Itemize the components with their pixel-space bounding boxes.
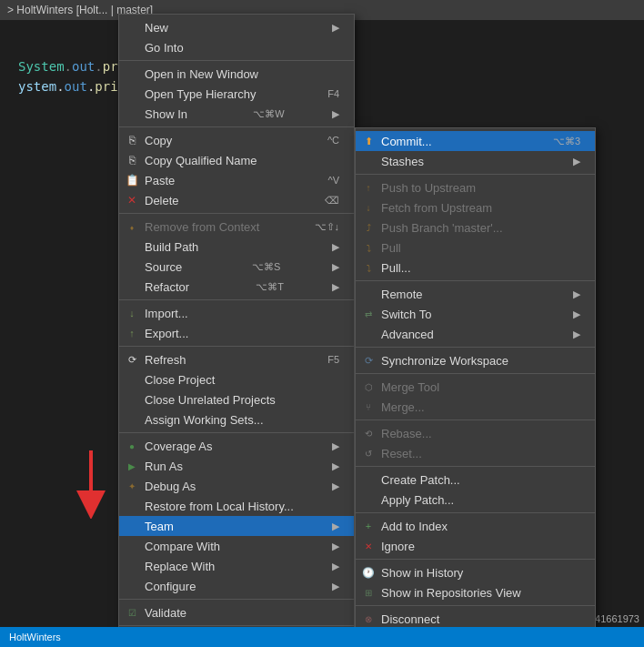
- menu-item-apply-patch[interactable]: Apply Patch...: [356, 490, 595, 510]
- menu-item-run-as-label: Run As: [145, 460, 183, 473]
- separator: [356, 559, 595, 560]
- menu-item-delete[interactable]: ✕ Delete ⌫: [119, 190, 354, 210]
- menu-item-configure[interactable]: Configure ▶: [119, 576, 354, 596]
- menu-item-restore-local-label: Restore from Local History...: [145, 500, 294, 513]
- menu-item-rebase: ⟲ Rebase...: [356, 423, 595, 443]
- submenu-arrow-stashes: ▶: [573, 156, 580, 167]
- menu-item-merge-label: Merge...: [381, 400, 425, 414]
- menu-item-remove-context: ⬧ Remove from Context ⌥⇧↓: [119, 217, 354, 237]
- reset-icon: ↺: [361, 446, 376, 460]
- submenu-arrow-coverage: ▶: [332, 440, 339, 452]
- menu-item-compare-with[interactable]: Compare With ▶: [119, 536, 354, 556]
- shortcut-source: ⌥⌘S: [234, 261, 280, 273]
- right-context-menu: ⬆ Commit... ⌥⌘3 Stashes ▶ ↑ Push to Upst…: [355, 127, 596, 632]
- menu-item-source[interactable]: Source ⌥⌘S ▶: [119, 257, 354, 277]
- menu-item-team-label: Team: [145, 520, 174, 533]
- separator: [119, 126, 354, 127]
- submenu-arrow-debug: ▶: [332, 480, 339, 492]
- menu-item-assign-working-sets[interactable]: Assign Working Sets...: [119, 409, 354, 430]
- separator: [119, 213, 354, 214]
- remove-context-icon: ⬧: [125, 219, 139, 234]
- commit-icon: ⬆: [361, 134, 376, 148]
- menu-item-paste[interactable]: 📋 Paste ^V: [119, 170, 354, 190]
- menu-item-close-unrelated-label: Close Unrelated Projects: [145, 393, 276, 407]
- menu-item-stashes-label: Stashes: [381, 155, 424, 168]
- menu-item-export-label: Export...: [145, 327, 188, 340]
- menu-item-advanced[interactable]: Advanced ▶: [356, 324, 595, 344]
- menu-item-debug-as-label: Debug As: [145, 480, 196, 493]
- menu-item-push-upstream-label: Push to Upstream: [381, 181, 476, 195]
- menu-item-close-unrelated[interactable]: Close Unrelated Projects: [119, 389, 354, 409]
- status-bar-text: HoltWinters: [9, 632, 61, 642]
- menu-item-go-into[interactable]: Go Into: [119, 37, 354, 57]
- menu-item-new[interactable]: New ▶: [119, 17, 354, 37]
- menu-item-copy-label: Copy: [145, 134, 172, 147]
- separator: [119, 346, 354, 347]
- switch-to-icon: ⇄: [361, 307, 376, 321]
- menu-item-copy[interactable]: ⎘ Copy ^C: [119, 130, 354, 150]
- menu-item-synchronize[interactable]: ⟳ Synchronize Workspace: [356, 350, 595, 370]
- menu-item-show-repos[interactable]: ⊞ Show in Repositories View: [356, 582, 595, 602]
- separator: [356, 174, 595, 175]
- coverage-icon: ●: [125, 439, 139, 453]
- menu-item-show-in-label: Show In: [145, 107, 187, 121]
- menu-item-show-history[interactable]: 🕐 Show in History: [356, 562, 595, 582]
- menu-item-team[interactable]: Team ▶: [119, 516, 354, 536]
- separator: [356, 605, 595, 606]
- disconnect-icon: ⊗: [361, 612, 376, 626]
- menu-item-add-to-index[interactable]: + Add to Index: [356, 516, 595, 536]
- menu-item-restore-local[interactable]: Restore from Local History...: [119, 496, 354, 516]
- menu-item-remote[interactable]: Remote ▶: [356, 284, 595, 304]
- menu-item-import[interactable]: ↓ Import...: [119, 303, 354, 323]
- menu-item-build-path[interactable]: Build Path ▶: [119, 237, 354, 257]
- menu-item-ignore[interactable]: ✕ Ignore: [356, 536, 595, 556]
- menu-item-export[interactable]: ↑ Export...: [119, 323, 354, 343]
- shortcut-remove-context: ⌥⇧↓: [297, 221, 340, 233]
- menu-item-delete-label: Delete: [145, 194, 179, 207]
- menu-item-stashes[interactable]: Stashes ▶: [356, 151, 595, 171]
- menu-item-configure-label: Configure: [145, 580, 196, 593]
- menu-item-open-type-hierarchy[interactable]: Open Type Hierarchy F4: [119, 84, 354, 104]
- menu-item-debug-as[interactable]: ✦ Debug As ▶: [119, 476, 354, 496]
- separator: [356, 347, 595, 348]
- ignore-icon: ✕: [361, 539, 376, 553]
- menu-item-disconnect-label: Disconnect: [381, 612, 439, 626]
- menu-item-assign-working-sets-label: Assign Working Sets...: [145, 413, 264, 427]
- menu-item-run-as[interactable]: ▶ Run As ▶: [119, 456, 354, 476]
- menu-item-refresh[interactable]: ⟳ Refresh F5: [119, 349, 354, 369]
- menu-item-refactor[interactable]: Refactor ⌥⌘T ▶: [119, 277, 354, 297]
- menu-item-show-history-label: Show in History: [381, 566, 463, 580]
- menu-item-open-new-window[interactable]: Open in New Window: [119, 64, 354, 84]
- menu-item-pull-dots[interactable]: ⤵ Pull...: [356, 258, 595, 278]
- menu-item-copy-qualified[interactable]: ⎘ Copy Qualified Name: [119, 150, 354, 170]
- left-context-menu: New ▶ Go Into Open in New Window Open Ty…: [118, 14, 355, 647]
- menu-item-coverage-as[interactable]: ● Coverage As ▶: [119, 436, 354, 456]
- menu-item-disconnect[interactable]: ⊗ Disconnect: [356, 609, 595, 629]
- menu-item-replace-with[interactable]: Replace With ▶: [119, 556, 354, 576]
- menu-item-replace-with-label: Replace With: [145, 560, 215, 573]
- menu-item-pull: ⤵ Pull: [356, 238, 595, 258]
- menu-item-switch-to[interactable]: ⇄ Switch To ▶: [356, 304, 595, 324]
- shortcut-paste: ^V: [310, 175, 340, 186]
- menu-item-merge: ⑂ Merge...: [356, 397, 595, 417]
- menu-item-close-project[interactable]: Close Project: [119, 369, 354, 389]
- add-index-icon: +: [361, 519, 376, 533]
- menu-item-rebase-label: Rebase...: [381, 427, 432, 440]
- separator: [119, 60, 354, 61]
- menu-item-open-type-hierarchy-label: Open Type Hierarchy: [145, 87, 257, 101]
- menu-item-pull-dots-label: Pull...: [381, 261, 411, 275]
- menu-item-go-into-label: Go Into: [145, 41, 184, 55]
- separator: [356, 466, 595, 467]
- menu-item-validate[interactable]: ☑ Validate: [119, 602, 354, 622]
- menu-item-commit[interactable]: ⬆ Commit... ⌥⌘3: [356, 131, 595, 151]
- run-icon: ▶: [125, 459, 139, 473]
- menu-item-paste-label: Paste: [145, 174, 175, 187]
- menu-item-apply-patch-label: Apply Patch...: [381, 493, 454, 507]
- submenu-arrow-build-path: ▶: [332, 241, 339, 253]
- menu-item-create-patch[interactable]: Create Patch...: [356, 470, 595, 490]
- menu-item-show-in[interactable]: Show In ⌥⌘W ▶: [119, 104, 354, 124]
- repos-icon: ⊞: [361, 585, 376, 600]
- shortcut-show-in: ⌥⌘W: [235, 108, 284, 120]
- history-icon: 🕐: [361, 565, 376, 580]
- separator: [356, 280, 595, 281]
